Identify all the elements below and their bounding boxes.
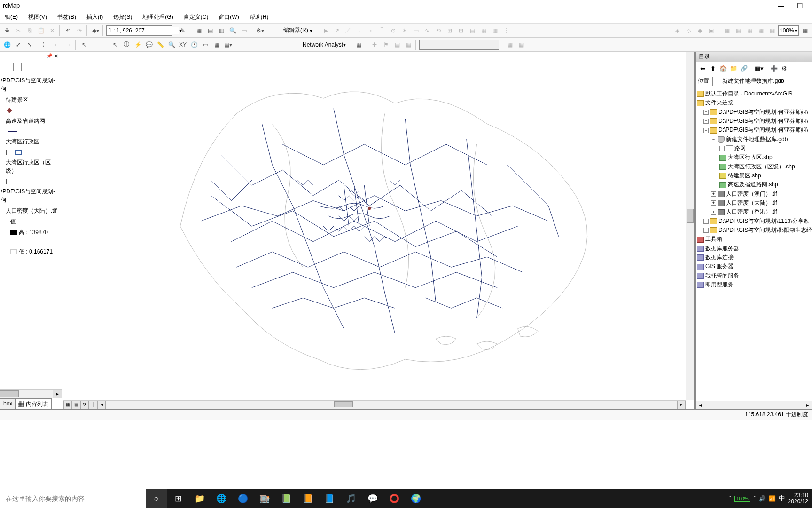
tree-node[interactable]: −D:\PDF\GIS与空间规划-何亚芬师姐\ — [697, 126, 811, 135]
menu-insert[interactable]: 插入(I) — [85, 12, 105, 22]
toc-layer[interactable]: 大湾区行政区（区级） — [1, 157, 61, 176]
toc-tab-box[interactable]: box — [0, 398, 16, 409]
layout-view-button[interactable]: ▤ — [72, 401, 80, 409]
edit-tool[interactable]: ▶ — [320, 25, 331, 36]
app-music-icon[interactable]: 🎵 — [340, 489, 362, 508]
taskbar-search-input[interactable] — [6, 495, 140, 502]
viewer-tool[interactable]: ▭ — [200, 40, 211, 50]
georef-2[interactable]: ◇ — [683, 25, 694, 36]
edit-sketch2[interactable]: ▥ — [490, 25, 500, 36]
tree-node[interactable]: +人口密度（香港）.tif — [697, 207, 811, 216]
georef-3[interactable]: ◆ — [695, 25, 705, 36]
tray-chevron[interactable]: ˄ — [753, 495, 756, 502]
menu-select[interactable]: 选择(S) — [111, 12, 134, 22]
toc-checkbox[interactable] — [1, 147, 61, 157]
pointer-tool[interactable]: ↖ — [110, 40, 120, 50]
cat-home-button[interactable]: 🏠 — [718, 64, 728, 73]
cat-options-button[interactable]: ⚙ — [780, 64, 789, 73]
zoom-combo[interactable]: 100%▾ — [778, 25, 799, 36]
model-builder-button[interactable]: ▦ — [194, 25, 204, 36]
edit-merge[interactable]: ⊞ — [445, 25, 455, 36]
na-window-button[interactable]: ▦ — [353, 40, 364, 50]
tree-node[interactable]: +D:\PDF\GIS与空间规划\鄱阳湖生态经 — [697, 226, 811, 235]
tree-node[interactable]: +D:\PDF\GIS与空间规划-何亚芬师姐\ — [697, 108, 811, 117]
tree-node[interactable]: 我托管的服务 — [697, 271, 811, 280]
edit-curve[interactable]: ∿ — [422, 25, 432, 36]
tree-node[interactable]: 数据库服务器 — [697, 244, 811, 253]
toolbox-button[interactable]: ⚙▾ — [255, 25, 265, 36]
task-view-icon[interactable]: ⊞ — [167, 489, 189, 508]
xy-tool[interactable]: XY — [178, 40, 188, 50]
globe-button[interactable]: 🌐 — [2, 40, 12, 50]
taskbar-search[interactable] — [0, 489, 146, 508]
app-excel-icon[interactable]: 📗 — [275, 489, 297, 508]
minimize-button[interactable]: — — [772, 2, 790, 9]
tree-node[interactable]: 高速及省道路网.shp — [697, 180, 811, 189]
zoom-in-button[interactable]: ⤢ — [13, 40, 23, 50]
tray-volume-icon[interactable]: 🔊 — [759, 495, 766, 502]
maximize-button[interactable]: ☐ — [790, 2, 809, 9]
pause-draw-button[interactable]: ‖ — [89, 401, 97, 409]
edit-sketch[interactable]: ▦ — [478, 25, 489, 36]
menu-help[interactable]: 帮助(H) — [248, 12, 271, 22]
data-view-button[interactable]: ▦ — [63, 401, 72, 409]
na-props-button[interactable]: ▦ — [403, 40, 414, 50]
tree-node[interactable]: +人口密度（澳门）.tif — [697, 190, 811, 198]
find-tool[interactable]: 🔍 — [166, 40, 177, 50]
georef-5[interactable]: ▦ — [722, 25, 732, 36]
python-button[interactable]: ▭ — [239, 25, 249, 36]
map-hscrollbar[interactable]: ▦ ▤ ⟳ ‖ ◂ ▸ — [63, 400, 686, 409]
tray-wifi-icon[interactable]: 📶 — [769, 495, 776, 502]
tree-node[interactable]: 即用型服务 — [697, 280, 811, 289]
print-button[interactable]: 🖶 — [2, 25, 12, 36]
toc-layer[interactable]: 大湾区行政区 — [1, 136, 61, 147]
next-extent-button[interactable]: → — [63, 40, 73, 50]
menu-window[interactable]: 窗口(W) — [217, 12, 241, 22]
toc-list-by-source[interactable] — [13, 63, 22, 71]
refresh-button[interactable]: ▦ — [800, 25, 810, 36]
tree-node[interactable]: +路网 — [697, 144, 811, 153]
na-create-button[interactable]: ✚ — [369, 40, 380, 50]
na-directions-button[interactable]: ▤ — [392, 40, 402, 50]
na-build-button[interactable]: ▦ — [505, 40, 515, 50]
app-edge-icon[interactable]: 🌐 — [211, 489, 232, 508]
close-icon[interactable]: ✕ — [54, 53, 61, 60]
hyperlink-tool[interactable]: ⚡ — [133, 40, 143, 50]
network-analyst-dropdown[interactable]: Network Analyst▾ — [301, 40, 348, 50]
toc-layer[interactable]: \PDF\GIS与空间规划-何 — [1, 186, 61, 205]
edit-vertex[interactable]: ◦ — [366, 25, 376, 36]
menu-customize[interactable]: 自定义(C) — [182, 12, 211, 22]
menu-edit[interactable]: 辑(E) — [3, 12, 20, 22]
tree-node[interactable]: GIS 服务器 — [697, 262, 811, 271]
tree-node[interactable]: 工具箱 — [697, 235, 811, 244]
cat-toggle-button[interactable]: 📁 — [729, 64, 738, 73]
na-solve-button[interactable]: ⚑ — [381, 40, 391, 50]
tree-node[interactable]: 大湾区行政区.shp — [697, 153, 811, 162]
redo-button[interactable]: ↷ — [74, 25, 85, 36]
undo-button[interactable]: ↶ — [63, 25, 73, 36]
app-store-icon[interactable]: 🏬 — [254, 489, 275, 508]
georef-9[interactable]: ▦ — [767, 25, 777, 36]
georef-6[interactable]: ▦ — [733, 25, 743, 36]
menu-view[interactable]: 视图(V) — [26, 12, 49, 22]
tray-up-icon[interactable]: ˄ — [729, 495, 732, 502]
edit-midpoint[interactable]: ⊙ — [388, 25, 398, 36]
tree-node[interactable]: +D:\PDF\GIS与空间规划\1113\分享数 — [697, 217, 811, 226]
app-word-icon[interactable]: 📘 — [319, 489, 340, 508]
edit-point[interactable]: · — [354, 25, 365, 36]
tray-clock[interactable]: 23:10 2020/12 — [788, 492, 808, 505]
zoom-out-button[interactable]: ⤡ — [24, 40, 35, 50]
tree-node[interactable]: −新建文件地理数据库.gdb — [697, 135, 811, 144]
edit-rotate[interactable]: ⟲ — [433, 25, 444, 36]
app-qq-icon[interactable]: 🔵 — [232, 489, 254, 508]
toc-layer[interactable]: 高速及省道路网 — [1, 115, 61, 126]
add-data-button[interactable]: ◆▾ — [90, 25, 101, 36]
na-layer-combo[interactable] — [419, 40, 499, 50]
pin-icon[interactable]: 📌 — [47, 53, 53, 60]
cut-button[interactable]: ✂ — [13, 25, 23, 36]
toc-checkbox[interactable] — [1, 176, 61, 186]
viewer-tool2[interactable]: ▦ — [211, 40, 222, 50]
menu-bookmarks[interactable]: 书签(B) — [55, 12, 78, 22]
table-button[interactable]: ▤ — [205, 25, 215, 36]
cat-up-button[interactable]: ⬆ — [708, 64, 718, 73]
